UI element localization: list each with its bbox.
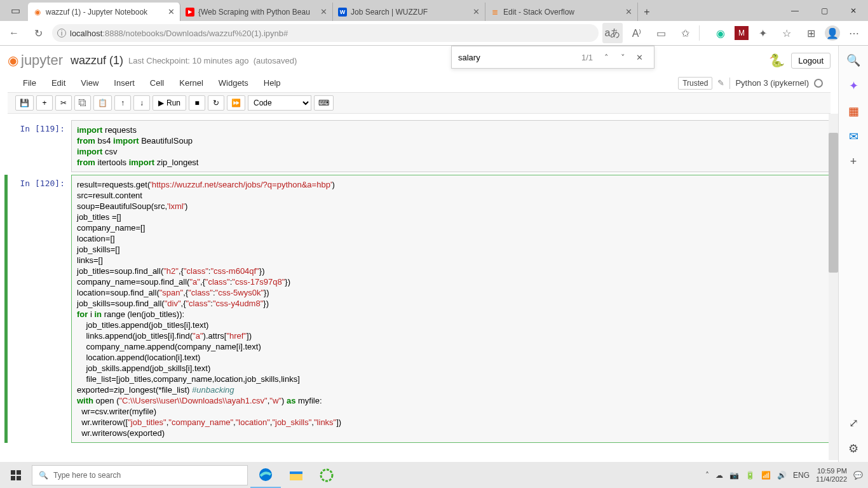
scrollbar[interactable] [829, 114, 838, 460]
code-cell[interactable]: In [119]: import requests from bs4 impor… [8, 120, 831, 172]
search-icon[interactable]: 🔍 [846, 53, 860, 67]
task-anaconda-icon[interactable] [311, 462, 342, 488]
edit-icon[interactable]: ✎ [717, 78, 724, 88]
tray-chevron-icon[interactable]: ˄ [705, 471, 709, 480]
close-icon[interactable]: ✕ [320, 7, 327, 17]
meet-now-icon[interactable]: 📷 [729, 471, 739, 480]
svg-point-7 [321, 470, 332, 481]
ext-grammarly-icon[interactable]: ◉ [710, 23, 731, 43]
move-down-button[interactable]: ↓ [133, 95, 150, 111]
menu-insert[interactable]: Insert [106, 74, 142, 93]
battery-icon[interactable]: 🔋 [745, 471, 755, 480]
find-prev-icon[interactable]: ˄ [598, 53, 614, 62]
tab-wuzzuf[interactable]: W Job Search | WUZZUF ✕ [333, 3, 485, 21]
task-explorer-icon[interactable] [281, 462, 311, 488]
toolbar: 💾 + ✂ ⿻ 📋 ↑ ↓ ▶ Run ■ ↻ ⏩ Code ⌨ [8, 93, 831, 114]
menu-edit[interactable]: Edit [44, 74, 73, 93]
wifi-icon[interactable]: 📶 [761, 471, 771, 480]
tab-youtube[interactable]: ▶ {Web Scraping with Python Beau ✕ [180, 3, 333, 21]
cell-input[interactable]: import requests from bs4 import Beautifu… [71, 120, 831, 172]
language-indicator[interactable]: ENG [793, 471, 810, 480]
translate-icon[interactable]: aあ [602, 23, 623, 43]
task-edge-icon[interactable] [250, 462, 281, 488]
menu-kernel[interactable]: Kernel [172, 74, 211, 93]
scrollbar-thumb[interactable] [829, 133, 838, 273]
profile-icon[interactable]: 👤 [825, 25, 840, 41]
python-logo-icon: 🐍 [769, 53, 785, 68]
tab-jupyter[interactable]: ◉ wazzuf (1) - Jupyter Notebook ✕ [28, 3, 180, 21]
close-window-button[interactable]: ✕ [839, 0, 868, 21]
cell-type-select[interactable]: Code [248, 95, 311, 111]
find-close-icon[interactable]: ✕ [631, 53, 648, 62]
gear-icon[interactable]: ⚙ [848, 442, 858, 456]
close-icon[interactable]: ✕ [168, 7, 175, 17]
menu-help[interactable]: Help [256, 74, 288, 93]
start-button[interactable] [0, 462, 32, 488]
input-prompt: In [119]: [8, 120, 71, 172]
favorites-star-icon[interactable]: ☆ [776, 23, 797, 43]
code-cell-selected[interactable]: In [120]: result=requests.get('https://w… [4, 175, 831, 443]
back-button[interactable]: ← [4, 23, 24, 43]
close-icon[interactable]: ✕ [625, 7, 632, 17]
url-input[interactable]: i localhost:8888/notebooks/Downloads/waz… [52, 24, 599, 42]
notebook-title[interactable]: wazzuf (1) [71, 54, 123, 67]
kernel-name[interactable]: Python 3 (ipykernel) [735, 78, 809, 88]
notebook-area[interactable]: In [119]: import requests from bs4 impor… [0, 114, 838, 460]
kernel-indicator-icon[interactable] [814, 79, 823, 88]
jupyter-logo[interactable]: ◉ jupyter [8, 52, 63, 69]
run-button[interactable]: ▶ Run [153, 95, 186, 111]
youtube-icon: ▶ [186, 8, 194, 17]
jupyter-icon: ◉ [33, 8, 42, 17]
cut-button[interactable]: ✂ [55, 95, 72, 111]
menu-cell[interactable]: Cell [142, 74, 172, 93]
taskbar-search[interactable]: 🔍 Type here to search [32, 465, 248, 485]
clock[interactable]: 10:59 PM 11/4/2022 [816, 467, 847, 484]
reader-icon[interactable]: ▭ [651, 23, 671, 43]
sparkle-icon[interactable]: ✦ [849, 79, 858, 93]
menu-widgets[interactable]: Widgets [211, 74, 256, 93]
favorites-icon[interactable]: ✩ [675, 23, 695, 43]
logout-button[interactable]: Logout [791, 53, 831, 69]
read-aloud-icon[interactable]: A⁾ [627, 23, 647, 43]
minimize-button[interactable]: — [780, 0, 810, 21]
copy-button[interactable]: ⿻ [74, 95, 91, 111]
onedrive-icon[interactable]: ☁ [715, 471, 723, 480]
code-content[interactable]: result=requests.get('https://wuzzuf.net/… [77, 179, 825, 438]
plus-icon[interactable]: + [850, 155, 857, 168]
restart-run-button[interactable]: ⏩ [227, 95, 245, 111]
paste-button[interactable]: 📋 [93, 95, 112, 111]
volume-icon[interactable]: 🔊 [777, 471, 787, 480]
add-cell-button[interactable]: + [36, 95, 53, 111]
find-query[interactable]: salary [458, 53, 480, 62]
svg-rect-0 [11, 470, 15, 475]
site-info-icon[interactable]: i [57, 29, 66, 37]
ext-mendeley-icon[interactable]: M [735, 26, 749, 40]
collections-icon[interactable]: ⊞ [801, 23, 821, 43]
menu-file[interactable]: File [15, 74, 44, 93]
menu-view[interactable]: View [73, 74, 106, 93]
address-bar: ← ↻ i localhost:8888/notebooks/Downloads… [0, 21, 868, 46]
system-tray: ˄ ☁ 📷 🔋 📶 🔊 ENG 10:59 PM 11/4/2022 💬 [705, 467, 868, 484]
find-next-icon[interactable]: ˅ [614, 53, 631, 62]
outlook-icon[interactable]: ✉ [849, 130, 858, 144]
maximize-button[interactable]: ▢ [810, 0, 839, 21]
more-icon[interactable]: ⋯ [844, 23, 864, 43]
tab-stackoverflow[interactable]: ≣ Edit - Stack Overflow ✕ [485, 3, 638, 21]
notifications-icon[interactable]: 💬 [853, 471, 863, 480]
cell-input[interactable]: result=requests.get('https://wuzzuf.net/… [71, 175, 831, 443]
office-icon[interactable]: ▦ [848, 104, 859, 118]
refresh-button[interactable]: ↻ [28, 23, 48, 43]
code-content[interactable]: import requests from bs4 import Beautifu… [77, 125, 825, 168]
move-up-button[interactable]: ↑ [114, 95, 131, 111]
new-tab-button[interactable]: + [638, 3, 656, 21]
tabs-menu-icon[interactable]: ▭ [3, 0, 28, 21]
interrupt-button[interactable]: ■ [189, 95, 205, 111]
wuzzuf-icon: W [338, 8, 347, 17]
command-palette-button[interactable]: ⌨ [314, 95, 334, 111]
extensions-icon[interactable]: ✦ [752, 23, 773, 43]
trusted-badge[interactable]: Trusted [678, 77, 712, 90]
save-button[interactable]: 💾 [15, 95, 34, 111]
collapse-icon[interactable]: ⤢ [849, 416, 858, 430]
close-icon[interactable]: ✕ [473, 7, 480, 17]
restart-button[interactable]: ↻ [208, 95, 224, 111]
